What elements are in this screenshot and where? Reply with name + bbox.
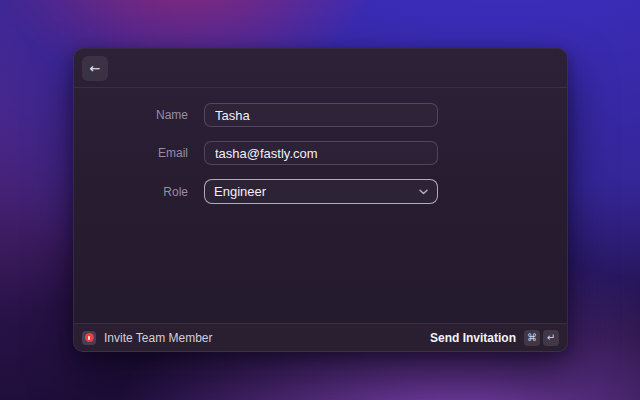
window-footer: Invite Team Member Send Invitation ⌘ ↵ (74, 323, 567, 351)
send-invitation-label: Send Invitation (430, 331, 516, 345)
name-label: Name (74, 108, 188, 122)
name-input[interactable] (204, 103, 438, 127)
email-label: Email (74, 146, 188, 160)
shortcut-keys: ⌘ ↵ (524, 330, 559, 346)
email-input[interactable] (204, 141, 438, 165)
command-title: Invite Team Member (104, 331, 213, 345)
desktop-wallpaper: ← Name Email Role Engineer (0, 0, 640, 400)
send-invitation-button[interactable]: Send Invitation ⌘ ↵ (430, 330, 559, 346)
role-selected-value: Engineer (214, 184, 266, 199)
invite-team-member-window: ← Name Email Role Engineer (73, 48, 568, 352)
form-row-email: Email (74, 141, 567, 165)
role-select[interactable]: Engineer (204, 179, 438, 204)
footer-command-info: Invite Team Member (82, 331, 430, 345)
chevron-down-icon (419, 189, 428, 195)
role-label: Role (74, 185, 188, 199)
window-header: ← (74, 49, 567, 88)
fastly-logo-icon (82, 331, 96, 345)
command-key-icon: ⌘ (524, 330, 540, 346)
form-row-name: Name (74, 103, 567, 127)
form-row-role: Role Engineer (74, 179, 567, 204)
arrow-left-icon: ← (90, 62, 101, 75)
return-key-icon: ↵ (543, 330, 559, 346)
back-button[interactable]: ← (82, 56, 108, 81)
invite-form: Name Email Role Engineer (74, 88, 567, 323)
